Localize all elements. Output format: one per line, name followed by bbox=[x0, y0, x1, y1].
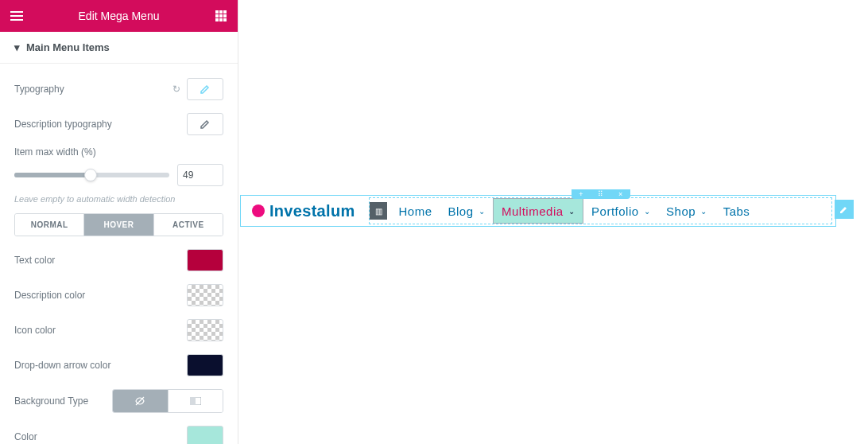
desc-color-swatch[interactable] bbox=[187, 284, 223, 306]
section-header[interactable]: ▾ Main Menu Items bbox=[0, 32, 238, 64]
typography-label: Typography bbox=[14, 84, 172, 95]
tab-normal[interactable]: Normal bbox=[15, 214, 83, 236]
color-label: Color bbox=[14, 431, 187, 442]
dropdown-arrow-color-label: Drop-down arrow color bbox=[14, 360, 187, 371]
desc-color-label: Description color bbox=[14, 290, 187, 301]
item-max-width-row: Item max width (%) bbox=[14, 142, 223, 191]
grid-icon[interactable] bbox=[214, 9, 228, 23]
item-max-width-slider[interactable] bbox=[14, 173, 169, 177]
toolbar-add-icon[interactable]: + bbox=[579, 190, 583, 198]
menu-item-shop[interactable]: Shop ⌄ bbox=[658, 198, 715, 224]
menu-item-blog[interactable]: Blog ⌄ bbox=[440, 198, 494, 224]
dropdown-arrow-color-swatch[interactable] bbox=[187, 354, 223, 376]
typography-edit-button[interactable] bbox=[187, 78, 223, 100]
menu-item-label: Shop bbox=[666, 204, 696, 218]
text-color-label: Text color bbox=[14, 255, 187, 266]
editor-sidebar: Edit Mega Menu ▾ Main Menu Items Typogra… bbox=[0, 0, 238, 444]
tab-active[interactable]: Active bbox=[153, 214, 223, 236]
section-title: Main Menu Items bbox=[26, 41, 110, 53]
text-color-swatch[interactable] bbox=[187, 249, 223, 271]
menu-item-label: Multimedia bbox=[502, 204, 564, 218]
svg-rect-3 bbox=[215, 14, 219, 18]
svg-rect-8 bbox=[223, 18, 227, 21]
section-body: Typography ↻ Description typography Item… bbox=[0, 64, 238, 444]
reset-icon[interactable]: ↻ bbox=[172, 84, 180, 95]
background-type-label: Background Type bbox=[14, 395, 112, 407]
bg-type-gradient[interactable] bbox=[168, 390, 223, 412]
menu-item-tabs[interactable]: Tabs bbox=[715, 198, 758, 224]
chevron-down-icon: ⌄ bbox=[479, 207, 486, 216]
chevron-down-icon: ⌄ bbox=[700, 207, 707, 216]
item-max-width-input[interactable] bbox=[177, 164, 223, 186]
menu-item-multimedia[interactable]: Multimedia ⌄ bbox=[493, 198, 583, 224]
icon-color-row: Icon color bbox=[14, 313, 223, 348]
panel-title: Edit Mega Menu bbox=[24, 10, 214, 22]
menu-items-container[interactable]: + ⠿ × ▥ Home Blog ⌄ Multimedia ⌄ Portfol… bbox=[369, 197, 832, 224]
svg-rect-1 bbox=[219, 10, 223, 14]
menu-item-label: Portfolio bbox=[591, 204, 639, 218]
toolbar-close-icon[interactable]: × bbox=[618, 190, 622, 198]
svg-rect-7 bbox=[219, 18, 223, 21]
sidebar-header: Edit Mega Menu bbox=[0, 0, 238, 32]
section-badge-icon[interactable]: ▥ bbox=[370, 202, 387, 220]
brand: Investalum bbox=[241, 202, 366, 220]
menu-item-label: Home bbox=[398, 204, 432, 218]
state-tabs: Normal Hover Active bbox=[14, 213, 223, 236]
caret-down-icon: ▾ bbox=[14, 41, 20, 53]
menu-item-home[interactable]: Home bbox=[390, 198, 440, 224]
desc-typography-label: Description typography bbox=[14, 119, 187, 130]
toolbar-drag-icon[interactable]: ⠿ bbox=[598, 190, 603, 198]
menu-item-label: Blog bbox=[448, 204, 474, 218]
icon-color-label: Icon color bbox=[14, 325, 187, 336]
color-swatch[interactable] bbox=[187, 426, 223, 444]
slider-thumb[interactable] bbox=[84, 169, 97, 181]
svg-rect-6 bbox=[215, 18, 219, 21]
desc-typography-edit-button[interactable] bbox=[187, 113, 223, 135]
typography-row: Typography ↻ bbox=[14, 72, 223, 107]
dropdown-arrow-color-row: Drop-down arrow color bbox=[14, 348, 223, 383]
desc-typography-row: Description typography bbox=[14, 107, 223, 142]
chevron-down-icon: ⌄ bbox=[568, 207, 575, 216]
tab-hover[interactable]: Hover bbox=[83, 214, 153, 236]
svg-rect-4 bbox=[219, 14, 223, 18]
chevron-down-icon: ⌄ bbox=[644, 207, 651, 216]
icon-color-swatch[interactable] bbox=[187, 319, 223, 341]
item-max-width-label: Item max width (%) bbox=[14, 146, 223, 158]
menu-item-portfolio[interactable]: Portfolio ⌄ bbox=[583, 198, 658, 224]
menu-item-label: Tabs bbox=[723, 204, 750, 218]
background-type-toggle bbox=[112, 389, 223, 413]
desc-color-row: Description color bbox=[14, 278, 223, 313]
brand-dot-icon bbox=[252, 204, 265, 217]
mega-menu-widget[interactable]: Investalum + ⠿ × ▥ Home Blog ⌄ Multimedi… bbox=[240, 195, 836, 227]
element-toolbar: + ⠿ × bbox=[572, 189, 630, 199]
text-color-row: Text color bbox=[14, 243, 223, 278]
svg-rect-10 bbox=[190, 397, 196, 405]
edit-widget-button[interactable] bbox=[835, 200, 854, 219]
bg-type-classic[interactable] bbox=[113, 390, 168, 412]
svg-rect-0 bbox=[215, 10, 219, 14]
preview-canvas: Investalum + ⠿ × ▥ Home Blog ⌄ Multimedi… bbox=[238, 0, 868, 444]
item-max-width-hint: Leave empty to automatic width detection bbox=[14, 191, 223, 213]
svg-rect-2 bbox=[223, 10, 227, 14]
brand-text: Investalum bbox=[269, 202, 355, 220]
svg-rect-5 bbox=[223, 14, 227, 18]
background-type-row: Background Type bbox=[14, 383, 223, 419]
hamburger-icon[interactable] bbox=[10, 9, 24, 23]
color-row: Color bbox=[14, 419, 223, 444]
